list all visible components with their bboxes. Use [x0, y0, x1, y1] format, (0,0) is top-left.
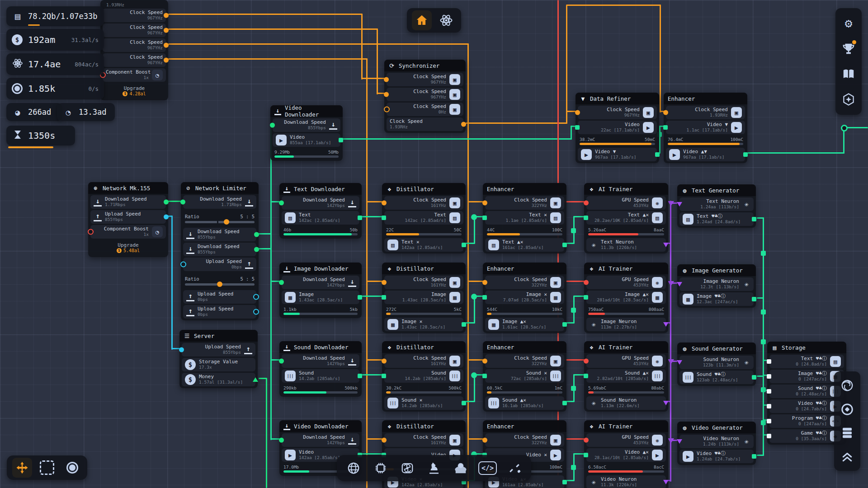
output-port[interactable] — [254, 247, 259, 252]
node-image-generator[interactable]: ◍Image GeneratorImage Neuron12.3t [1.13b… — [677, 264, 756, 308]
output-port[interactable] — [339, 138, 343, 142]
input-port[interactable] — [384, 107, 390, 113]
input-port[interactable] — [584, 359, 589, 364]
input-port[interactable] — [180, 262, 186, 267]
input-port[interactable] — [767, 404, 771, 408]
node-enhancer-text[interactable]: EnhancerClock Speed322YHz▣Text ✕1.1ae [2… — [483, 183, 566, 253]
input-port[interactable] — [663, 110, 668, 115]
input-port[interactable] — [584, 216, 588, 220]
input-port[interactable] — [482, 359, 487, 364]
game-canvas[interactable]: ▤ 78.2Qb/1.07e33b $ 192am 31.3al/s 17.4a… — [0, 0, 868, 488]
output-port[interactable] — [358, 216, 362, 220]
move-tool[interactable] — [12, 458, 32, 478]
output-port[interactable] — [663, 322, 669, 327]
input-port[interactable] — [767, 389, 771, 394]
node-ai-trainer-image[interactable]: ❖AI TrainerGPU Speed453YHz❋Image ▲✕281ad… — [584, 263, 668, 333]
output-port[interactable] — [562, 322, 567, 327]
input-port[interactable] — [482, 295, 487, 300]
time-pill[interactable]: ◔ 13.3ad — [57, 103, 115, 121]
node-server[interactable]: ☰ServerUpload Speed855Ybps↑$Storage Valu… — [179, 330, 258, 388]
node-text-generator[interactable]: ◍Text GeneratorText Neuron1.24aa [113b/s… — [677, 184, 756, 228]
output-port[interactable] — [752, 454, 756, 459]
node-image-downloader[interactable]: ↓Image DownloaderDownload Speed142Ybps↓▦… — [279, 263, 362, 318]
aperture-button[interactable] — [837, 375, 857, 395]
node-distillator-sound[interactable]: ❖DistillatorClock Speed161YHz▣Sound14.2a… — [382, 341, 466, 412]
input-port[interactable] — [584, 438, 589, 443]
research-button[interactable] — [436, 10, 456, 30]
settings-button[interactable]: ⚙ — [839, 14, 859, 33]
output-port[interactable] — [752, 217, 756, 221]
input-port[interactable] — [382, 201, 387, 206]
output-port[interactable] — [752, 297, 756, 301]
node-data-refiner[interactable]: ▼Data RefinerClock Speed967YHz▣Video22ac… — [576, 93, 659, 163]
input-port[interactable] — [584, 295, 588, 300]
input-port[interactable] — [677, 282, 682, 286]
input-port[interactable] — [575, 125, 580, 130]
input-port[interactable] — [88, 229, 94, 235]
research-tab[interactable] — [424, 458, 444, 478]
output-port[interactable] — [462, 243, 466, 247]
input-port[interactable] — [270, 123, 275, 128]
input-port[interactable] — [279, 438, 284, 443]
output-port[interactable] — [164, 58, 169, 63]
node-sound-downloader[interactable]: ↓Sound DownloaderDownload Speed142Ybps↓|… — [279, 341, 362, 397]
input-port[interactable] — [382, 216, 386, 220]
input-port[interactable] — [482, 438, 487, 443]
node-clock-source[interactable]: 1.93RHzClock Speed967YHzClock Speed967YH… — [100, 0, 168, 100]
input-port[interactable] — [180, 200, 185, 205]
input-port[interactable] — [279, 201, 284, 206]
output-port[interactable] — [655, 152, 660, 157]
output-port[interactable] — [358, 374, 362, 378]
collapse-button[interactable] — [837, 447, 857, 467]
node-enhancer-top[interactable]: EnhancerClock Speed1.93RHz▣Video ▼1.1ac … — [664, 93, 747, 163]
marquee-select-tool[interactable] — [37, 458, 57, 478]
home-button[interactable] — [412, 10, 432, 30]
node-video-downloader-top[interactable]: ↓Video DownloaderDownload Speed855Ybps↓▶… — [270, 105, 343, 161]
input-port[interactable] — [179, 347, 184, 352]
share-pill[interactable]: ◕ 266ad — [6, 103, 62, 121]
cooling-tab[interactable] — [397, 458, 417, 478]
input-port[interactable] — [279, 359, 284, 364]
output-port[interactable] — [461, 122, 466, 127]
input-port[interactable] — [677, 360, 682, 365]
output-port[interactable] — [164, 215, 169, 220]
node-ai-trainer-video[interactable]: ❖AI TrainerGPU Speed453YHz❋Video ▲✕28.1a… — [584, 420, 668, 488]
node-video-generator[interactable]: ◍Video GeneratorVideo Neuron1.24b [113k/… — [677, 422, 756, 465]
target-button[interactable] — [837, 399, 857, 419]
node-text-downloader[interactable]: ↓Text DownloaderDownload Speed142Ybps↓▤T… — [279, 183, 362, 239]
output-port[interactable] — [253, 294, 259, 300]
data-storage-pill[interactable]: ▤ 78.2Qb/1.07e33b — [6, 6, 104, 26]
input-port[interactable] — [382, 359, 387, 364]
output-port[interactable] — [562, 480, 567, 484]
node-network-limiter[interactable]: ⊘Network LimiterDownload Speed1.71Rbps↓R… — [181, 182, 259, 320]
money-pill[interactable]: $ 192am 31.3al/s — [6, 29, 104, 51]
node-ai-trainer-sound[interactable]: ❖AI TrainerGPU Speed453YHz❋Sound ▲✕2.82a… — [584, 341, 668, 412]
output-port[interactable] — [253, 309, 259, 315]
output-port[interactable] — [253, 377, 258, 382]
prestige-button[interactable] — [839, 89, 859, 109]
output-port[interactable] — [462, 322, 466, 327]
input-port[interactable] — [677, 202, 682, 206]
network-tab[interactable] — [344, 458, 363, 478]
tools-tab[interactable] — [505, 458, 524, 478]
input-port[interactable] — [482, 374, 487, 378]
input-port[interactable] — [482, 201, 487, 206]
input-port[interactable] — [663, 125, 668, 130]
code-tab[interactable]: </> — [478, 458, 498, 478]
output-port[interactable] — [462, 401, 466, 405]
input-port[interactable] — [767, 419, 771, 423]
input-port[interactable] — [584, 280, 589, 285]
output-port[interactable] — [562, 243, 567, 247]
input-port[interactable] — [384, 77, 389, 82]
output-port[interactable] — [254, 232, 259, 237]
output-port[interactable] — [164, 200, 169, 205]
node-enhancer-image[interactable]: EnhancerClock Speed322YHz▣Image ✕7.07ad … — [483, 263, 566, 333]
input-port[interactable] — [575, 110, 580, 115]
node-distillator-text[interactable]: ❖DistillatorClock Speed161YHz▣Text142ac … — [382, 183, 466, 253]
input-port[interactable] — [767, 359, 771, 364]
output-port[interactable] — [752, 375, 756, 380]
node-ai-trainer-text[interactable]: ❖AI TrainerGPU Speed453YHz❋Text ▲✕28.2ae… — [584, 183, 668, 253]
input-port[interactable] — [584, 453, 588, 457]
input-port[interactable] — [382, 295, 386, 300]
circle-select-tool[interactable] — [62, 458, 82, 478]
